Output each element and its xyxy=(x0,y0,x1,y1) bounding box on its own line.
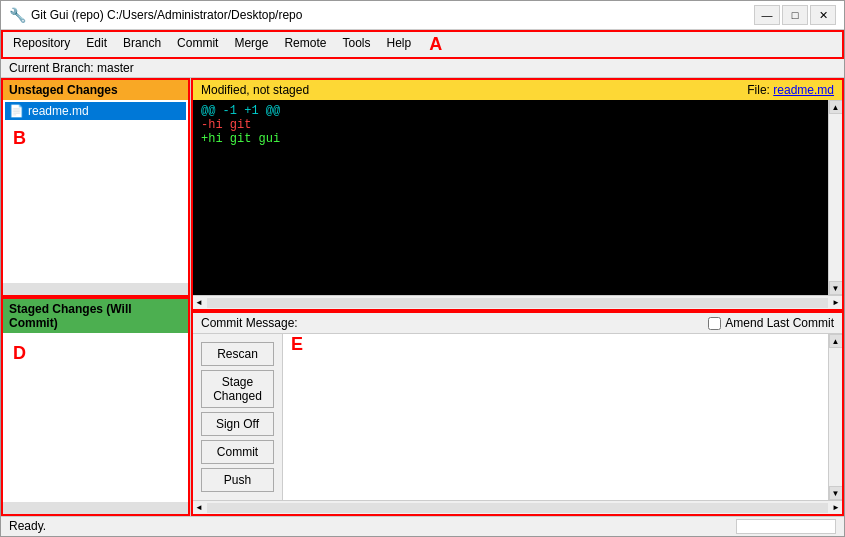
current-branch-text: Current Branch: master xyxy=(9,61,134,75)
diff-scrollbar-h[interactable]: ◄ ► xyxy=(193,295,842,309)
status-right xyxy=(736,519,836,534)
staged-header: Staged Changes (Will Commit) xyxy=(3,299,188,333)
diff-status-text: Modified, not staged xyxy=(201,83,309,97)
maximize-button[interactable]: □ xyxy=(782,5,808,25)
scroll-left-arrow[interactable]: ◄ xyxy=(193,298,205,307)
scroll-right-arrow[interactable]: ► xyxy=(830,298,842,307)
label-d: D xyxy=(5,335,186,372)
diff-wrapper: @@ -1 +1 @@ -hi git +hi git gui ▲ ▼ xyxy=(193,100,842,295)
commit-h-track[interactable] xyxy=(207,503,828,513)
title-bar-left: 🔧 Git Gui (repo) C:/Users/Administrator/… xyxy=(9,7,302,23)
amend-label: Amend Last Commit xyxy=(708,316,834,330)
stage-changed-button[interactable]: Stage Changed xyxy=(201,370,274,408)
amend-text: Amend Last Commit xyxy=(725,316,834,330)
amend-checkbox[interactable] xyxy=(708,317,721,330)
diff-file-link[interactable]: readme.md xyxy=(773,83,834,97)
diff-header: Modified, not staged File: readme.md xyxy=(193,80,842,100)
unstaged-header: Unstaged Changes xyxy=(3,80,188,100)
scroll-down-arrow[interactable]: ▼ xyxy=(829,281,843,295)
commit-message-label: Commit Message: xyxy=(201,316,298,330)
commit-body: Rescan Stage Changed Sign Off Commit Pus… xyxy=(193,334,842,500)
app-icon: 🔧 xyxy=(9,7,25,23)
menu-bar: Repository Edit Branch Commit Merge Remo… xyxy=(1,30,844,59)
window-controls: — □ ✕ xyxy=(754,5,836,25)
menu-edit[interactable]: Edit xyxy=(80,34,113,55)
status-bar: Ready. xyxy=(1,516,844,536)
status-text: Ready. xyxy=(9,519,46,534)
commit-message-input[interactable] xyxy=(283,355,828,500)
menu-repository[interactable]: Repository xyxy=(7,34,76,55)
diff-line-added: +hi git gui xyxy=(201,132,820,146)
current-branch-bar: Current Branch: master xyxy=(1,59,844,78)
staged-scrollbar[interactable] xyxy=(3,502,188,514)
sign-off-button[interactable]: Sign Off xyxy=(201,412,274,436)
menu-commit[interactable]: Commit xyxy=(171,34,224,55)
main-window: 🔧 Git Gui (repo) C:/Users/Administrator/… xyxy=(0,0,845,537)
title-bar: 🔧 Git Gui (repo) C:/Users/Administrator/… xyxy=(1,1,844,30)
h-scroll-track[interactable] xyxy=(207,298,828,308)
rescan-button[interactable]: Rescan xyxy=(201,342,274,366)
window-title: Git Gui (repo) C:/Users/Administrator/De… xyxy=(31,8,302,22)
close-button[interactable]: ✕ xyxy=(810,5,836,25)
scroll-up-arrow[interactable]: ▲ xyxy=(829,100,843,114)
commit-button[interactable]: Commit xyxy=(201,440,274,464)
file-name: readme.md xyxy=(28,104,89,118)
label-b: B xyxy=(5,120,186,157)
file-icon: 📄 xyxy=(9,104,24,118)
commit-scroll-left[interactable]: ◄ xyxy=(193,503,205,512)
commit-buttons: Rescan Stage Changed Sign Off Commit Pus… xyxy=(193,334,283,500)
commit-message-area: E xyxy=(283,334,828,500)
commit-scroll-right[interactable]: ► xyxy=(830,503,842,512)
main-content: Unstaged Changes 📄 readme.md B Staged Ch… xyxy=(1,78,844,516)
right-panel: Modified, not staged File: readme.md @@ … xyxy=(191,78,844,516)
staged-file-list[interactable]: D xyxy=(3,333,188,502)
staged-section: Staged Changes (Will Commit) D xyxy=(1,297,190,516)
menu-remote[interactable]: Remote xyxy=(278,34,332,55)
commit-scrollbar-v[interactable]: ▲ ▼ xyxy=(828,334,842,500)
diff-line-removed: -hi git xyxy=(201,118,820,132)
commit-scroll-up[interactable]: ▲ xyxy=(829,334,843,348)
menu-tools[interactable]: Tools xyxy=(336,34,376,55)
menu-merge[interactable]: Merge xyxy=(228,34,274,55)
diff-file-label: File: readme.md xyxy=(747,83,834,97)
minimize-button[interactable]: — xyxy=(754,5,780,25)
unstaged-file-list[interactable]: 📄 readme.md B xyxy=(3,100,188,283)
push-button[interactable]: Push xyxy=(201,468,274,492)
menu-help[interactable]: Help xyxy=(380,34,417,55)
commit-section: Commit Message: Amend Last Commit Rescan… xyxy=(191,311,844,516)
diff-section: Modified, not staged File: readme.md @@ … xyxy=(191,78,844,311)
scroll-track[interactable] xyxy=(830,114,842,281)
commit-scroll-down[interactable]: ▼ xyxy=(829,486,843,500)
diff-scrollbar-v[interactable]: ▲ ▼ xyxy=(828,100,842,295)
diff-content[interactable]: @@ -1 +1 @@ -hi git +hi git gui xyxy=(193,100,828,295)
diff-line-hunk: @@ -1 +1 @@ xyxy=(201,104,820,118)
label-a: A xyxy=(421,34,450,55)
commit-scrollbar-h[interactable]: ◄ ► xyxy=(193,500,842,514)
commit-header: Commit Message: Amend Last Commit xyxy=(193,313,842,334)
menu-branch[interactable]: Branch xyxy=(117,34,167,55)
left-panel: Unstaged Changes 📄 readme.md B Staged Ch… xyxy=(1,78,191,516)
commit-scroll-track[interactable] xyxy=(830,348,842,486)
unstaged-section: Unstaged Changes 📄 readme.md B xyxy=(1,78,190,297)
unstaged-scrollbar[interactable] xyxy=(3,283,188,295)
list-item[interactable]: 📄 readme.md xyxy=(5,102,186,120)
